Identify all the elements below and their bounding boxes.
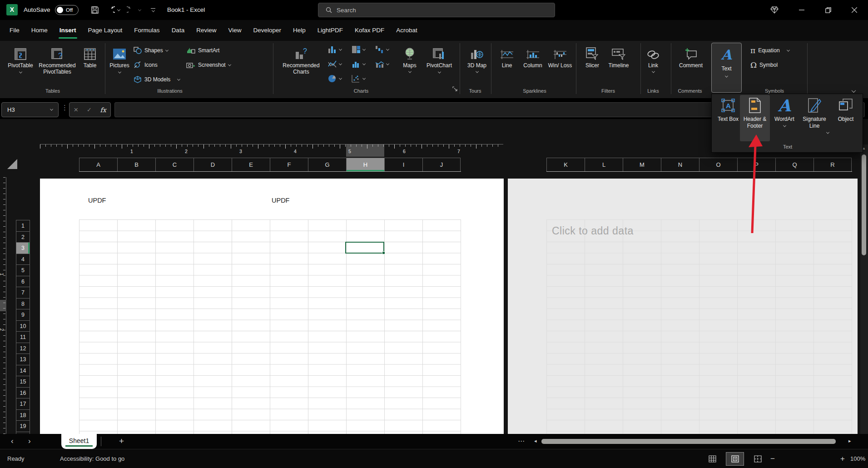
row-header-11[interactable]: 11 [16,331,30,343]
column-header-k[interactable]: K [546,158,585,171]
column-header-e[interactable]: E [232,158,270,171]
minimize-button[interactable] [791,0,812,20]
worksheet-page[interactable]: UPDF UPDF [40,179,504,434]
row-header-9[interactable]: 9 [16,309,30,320]
tab-view[interactable]: View [222,20,247,41]
pivottable-button[interactable]: PivotTable [5,44,36,91]
row-header-16[interactable]: 16 [16,387,30,398]
object-button[interactable]: Object [832,96,860,144]
row-header-13[interactable]: 13 [16,353,30,365]
text-box-button[interactable]: A Text Box [715,96,741,144]
column-header-f[interactable]: F [270,158,308,171]
vertical-scrollbar[interactable]: ▲ [860,144,868,434]
restore-button[interactable] [818,0,838,20]
search-input[interactable]: Search [318,3,555,17]
column-header-a[interactable]: A [79,158,117,171]
row-header-8[interactable]: 8 [16,298,30,309]
column-header-o[interactable]: O [699,158,737,171]
row-header-1[interactable]: 1 [16,220,30,231]
name-box[interactable]: H3 [1,102,59,117]
column-header-n[interactable]: N [661,158,699,171]
pictures-button[interactable]: Pictures [107,44,132,91]
text-button[interactable]: A Text [711,43,742,93]
maps-button[interactable]: Maps [398,44,422,91]
row-header-18[interactable]: 18 [16,409,30,421]
page-break-view-button[interactable] [749,452,767,466]
prev-sheet-icon[interactable]: ‹ [11,434,14,449]
quick-access-customize-icon[interactable] [147,5,159,15]
column-header-b[interactable]: B [117,158,155,171]
row-header-12[interactable]: 12 [16,343,30,354]
column-header-c[interactable]: C [155,158,193,171]
row-header-3[interactable]: 3 [16,242,30,254]
premium-gem-icon[interactable] [764,0,785,20]
insert-statistic-chart-button[interactable] [352,59,365,69]
wordart-button[interactable]: A WordArt [770,96,799,144]
3d-map-button[interactable]: 3D Map [464,44,490,91]
cancel-icon[interactable]: × [74,105,78,115]
row-header-14[interactable]: 14 [16,365,30,376]
column-header-l[interactable]: L [585,158,623,171]
column-header-q[interactable]: Q [775,158,813,171]
column-header-h[interactable]: H [346,158,384,171]
icons-button[interactable]: Icons [134,60,158,70]
zoom-level[interactable]: 100% [850,449,865,468]
normal-view-button[interactable] [703,452,721,466]
slicer-button[interactable]: Slicer [581,44,604,91]
tab-formulas[interactable]: Formulas [128,20,165,41]
row-header-10[interactable]: 10 [16,320,30,332]
row-header-6[interactable]: 6 [16,276,30,287]
tab-page-layout[interactable]: Page Layout [82,20,129,41]
scroll-right-icon[interactable]: ▸ [848,434,851,449]
enter-icon[interactable]: ✓ [87,106,92,113]
insert-column-chart-button[interactable] [328,45,342,55]
recommended-pivottables-button[interactable]: ? Recommended PivotTables [37,44,77,91]
3d-models-button[interactable]: 3D Models [134,75,180,85]
tab-home[interactable]: Home [25,20,54,41]
row-header-4[interactable]: 4 [16,254,30,265]
insert-function-icon[interactable]: fx [100,106,106,114]
row-header-17[interactable]: 17 [16,398,30,409]
row-header-19[interactable]: 19 [16,420,30,432]
add-sheet-button[interactable]: + [119,434,124,449]
column-header-m[interactable]: M [623,158,661,171]
row-header-15[interactable]: 15 [16,376,30,387]
link-button[interactable]: Link [642,44,664,91]
scroll-left-icon[interactable]: ◂ [534,434,537,449]
insert-pie-chart-button[interactable] [328,74,342,84]
undo-icon[interactable] [104,5,116,15]
shapes-button[interactable]: Shapes [134,45,168,55]
column-header-j[interactable]: J [422,158,461,171]
insert-hierarchy-chart-button[interactable] [352,45,365,55]
column-header-d[interactable]: D [193,158,232,171]
horizontal-scrollbar-thumb[interactable] [541,439,836,444]
symbol-button[interactable]: Ω Symbol [750,60,778,70]
status-accessibility[interactable]: Accessibility: Good to go [60,449,124,468]
charts-dialog-launcher-icon[interactable] [452,86,457,91]
close-button[interactable] [844,0,865,20]
table-button[interactable]: Table [77,44,103,91]
tab-file[interactable]: File [4,20,25,41]
pivotchart-button[interactable]: PivotChart [422,44,457,91]
sparkline-line-button[interactable]: Line [496,44,518,91]
column-header-i[interactable]: I [384,158,422,171]
row-header-5[interactable]: 5 [16,264,30,276]
fill-handle[interactable] [382,251,385,254]
tab-developer[interactable]: Developer [247,20,287,41]
signature-line-button[interactable]: Signature Line [799,96,830,144]
screenshot-button[interactable]: Screenshot [186,60,231,70]
recommended-charts-button[interactable]: ? Recommended Charts [278,44,324,91]
tab-help[interactable]: Help [287,20,312,41]
adjacent-page[interactable]: Click to add data [508,179,858,434]
tab-data[interactable]: Data [166,20,191,41]
page-layout-view-button[interactable] [726,452,744,466]
undo-chevron-icon[interactable] [116,5,121,15]
insert-line-chart-button[interactable] [328,59,342,69]
column-header-g[interactable]: G [308,158,346,171]
tab-acrobat[interactable]: Acrobat [390,20,423,41]
adjacent-cell-grid[interactable] [546,219,852,434]
row-header-7[interactable]: 7 [16,287,30,298]
tab-insert[interactable]: Insert [54,20,82,41]
tab-review[interactable]: Review [190,20,222,41]
row-header-2[interactable]: 2 [16,231,30,243]
